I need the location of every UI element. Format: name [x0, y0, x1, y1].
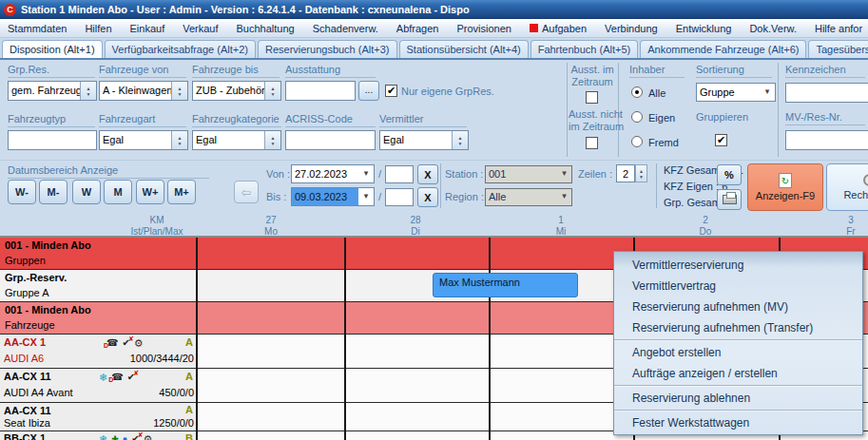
acriss-code-label: ACRISS-Code [285, 113, 376, 127]
ausst-nicht-im-zeitraum-checkbox[interactable] [586, 137, 598, 149]
menu-separator [614, 385, 862, 387]
ausstattung-browse-button[interactable]: ... [358, 81, 379, 101]
reservation-bar[interactable]: Max Mustermann [433, 273, 578, 297]
spinner-icon[interactable]: ▲▼ [171, 82, 187, 100]
fahrzeuge-bis-label: Fahrzeuge bis [192, 64, 280, 78]
menu-verbindung[interactable]: Verbindung [605, 23, 658, 34]
spinner-icon[interactable]: ▲▼ [80, 82, 96, 100]
menu-hilfe-anfordern[interactable]: Hilfe anfor [815, 23, 862, 34]
percent-button[interactable]: % [717, 164, 742, 185]
menu-dokverw[interactable]: Dok.Verw. [749, 23, 797, 34]
menu-item-angebot-erstellen[interactable]: Angebot erstellen [614, 342, 862, 363]
menu-stammdaten[interactable]: Stammdaten [8, 23, 67, 34]
week-button[interactable]: W [72, 180, 101, 204]
kennzeichen-input[interactable] [785, 83, 868, 103]
tab-verfuegbarkeitsabfrage[interactable]: Verfügbarkeitsabfrage (Alt+2) [105, 40, 256, 58]
week-back-button[interactable]: W- [8, 180, 36, 204]
tab-ankommende-fahrzeuge[interactable]: Ankommende Fahrzeuge (Alt+6) [640, 40, 806, 58]
menu-item-vermittlerreservierung[interactable]: Vermittlerreservierung [614, 255, 862, 276]
snowflake-icon: ❄ [99, 372, 107, 383]
von-clear-button[interactable]: X [417, 164, 438, 184]
tab-tagesuebersicht[interactable]: Tagesübersicht (Alt+7) [808, 40, 868, 58]
chevron-down-icon: ▾ [557, 166, 571, 182]
check-x-icon: ✔✘ [131, 433, 139, 440]
menu-verkauf[interactable]: Verkauf [183, 23, 218, 34]
nur-eigene-checkbox[interactable]: ✔ [385, 85, 397, 97]
tab-stationsuebersicht[interactable]: Stationsübersicht (Alt+4) [399, 40, 529, 58]
menu-item-fester-werkstattwagen[interactable]: Fester Werkstattwagen [614, 412, 862, 433]
vermittler-select[interactable]: Egal ▲▼ [379, 130, 469, 150]
menu-aufgaben[interactable]: Aufgaben [530, 23, 587, 34]
menu-separator [614, 339, 862, 341]
day-gridline [489, 238, 491, 440]
week-forward-button[interactable]: W+ [136, 180, 164, 204]
snowflake-icon: ❄ [99, 433, 107, 440]
station-select[interactable]: 001 ▾ [485, 165, 572, 183]
bis-date-select[interactable]: 09.03.2023 ▾ [291, 187, 375, 206]
inhaber-eigen-radio[interactable] [631, 111, 643, 123]
bis-clear-button[interactable]: X [417, 187, 438, 207]
fahrzeuge-bis-select[interactable]: ZUB - Zubehör ▲▼ [192, 81, 281, 101]
menu-abfragen[interactable]: Abfragen [396, 23, 439, 34]
menu-schadenverw[interactable]: Schadenverw. [313, 23, 378, 34]
acriss-code-input[interactable] [285, 130, 376, 150]
fahrzeugart-select[interactable]: Egal ▲▼ [99, 130, 188, 150]
menu-hilfen[interactable]: Hilfen [85, 23, 111, 34]
menu-item-reservierung-aufnehmen-transfer[interactable]: Reservierung aufnehmen (Transfer) [614, 317, 862, 338]
spinner-icon[interactable]: ▲▼ [171, 131, 187, 149]
month-button[interactable]: M [104, 180, 132, 204]
zeilen-label: Zeilen : [578, 168, 612, 180]
context-menu: Vermittlerreservierung Vermittlervertrag… [613, 251, 863, 435]
grp-res-label: Grp.Res. [8, 64, 95, 78]
region-select[interactable]: Alle ▾ [485, 188, 572, 206]
divider [656, 163, 657, 208]
bis-label: Bis : [266, 191, 286, 202]
von-date-select[interactable]: 27.02.2023 ▾ [291, 164, 375, 183]
tab-fahrtenbuch[interactable]: Fahrtenbuch (Alt+5) [530, 40, 639, 58]
d-phone-icon: ☎D [111, 372, 123, 383]
ausst-im-zeitraum-checkbox[interactable] [586, 91, 598, 104]
von-time-input[interactable] [385, 165, 414, 183]
inhaber-fremd-radio[interactable] [631, 136, 643, 147]
back-arrow-button[interactable]: ⇦ [234, 181, 259, 203]
task-alert-icon [530, 24, 538, 32]
fahrzeugtyp-input[interactable] [8, 130, 97, 150]
month-forward-button[interactable]: M+ [167, 180, 196, 204]
zeilen-input[interactable]: 2 [616, 164, 635, 182]
menu-entwicklung[interactable]: Entwicklung [676, 23, 732, 34]
menu-provisionen[interactable]: Provisionen [456, 23, 511, 34]
spinner-icon[interactable]: ▲▼ [264, 82, 280, 100]
ausstattung-input[interactable] [285, 81, 356, 101]
date-bar: Datumsbereich Anzeige W- M- W M W+ M+ ⇦ … [0, 160, 868, 214]
tab-disposition[interactable]: Disposition (Alt+1) [2, 40, 103, 58]
sortierung-select[interactable]: Gruppe ▾ [696, 83, 776, 102]
spinner-icon[interactable]: ▲▼ [264, 131, 280, 149]
group-letter-badge: A [185, 404, 193, 415]
menu-item-reservierung-aufnehmen-mv[interactable]: Reservierung aufnehmen (MV) [614, 297, 862, 317]
grp-res-select[interactable]: gem. Fahrzeugaus ▲▼ [8, 81, 97, 101]
menu-item-reservierung-ablehnen[interactable]: Reservierung ablehnen [614, 388, 862, 409]
gruppieren-checkbox[interactable]: ✔ [715, 134, 727, 146]
zeilen-spinner[interactable]: ▲▼ [635, 164, 647, 182]
menu-einkauf[interactable]: Einkauf [130, 23, 165, 34]
d-phone-icon: ☎D [106, 337, 118, 349]
tab-reservierungsbuch[interactable]: Reservierungsbuch (Alt+3) [258, 40, 397, 58]
bis-time-input[interactable] [385, 188, 414, 206]
print-button[interactable] [717, 189, 742, 210]
fahrzeuge-von-select[interactable]: A - Kleinwagen ▲▼ [99, 81, 188, 101]
sortierung-label: Sortierung [696, 64, 772, 78]
day-header-fr: 3Fr [779, 215, 868, 238]
mv-res-nr-input[interactable] [785, 130, 868, 150]
menu-item-auftraege-anzeigen[interactable]: Aufträge anzeigen / erstellen [614, 363, 862, 384]
group-letter-badge: A [185, 371, 193, 382]
spinner-icon[interactable]: ▲▼ [452, 131, 468, 149]
day-gridline [196, 238, 198, 440]
menu-buchhaltung[interactable]: Buchhaltung [237, 23, 295, 34]
recherche-button[interactable]: Recherche [826, 163, 868, 211]
anzeigen-button[interactable]: ↻ Anzeigen-F9 [747, 163, 823, 211]
inhaber-alle-radio[interactable] [631, 86, 643, 98]
ausst-nicht-im-zeitraum-label: Ausst. nichtim Zeitraum [569, 108, 616, 133]
menu-item-vermittlervertrag[interactable]: Vermittlervertrag [614, 276, 862, 297]
fahrzeugkategorie-select[interactable]: Egal ▲▼ [192, 130, 281, 150]
month-back-button[interactable]: M- [39, 180, 68, 204]
